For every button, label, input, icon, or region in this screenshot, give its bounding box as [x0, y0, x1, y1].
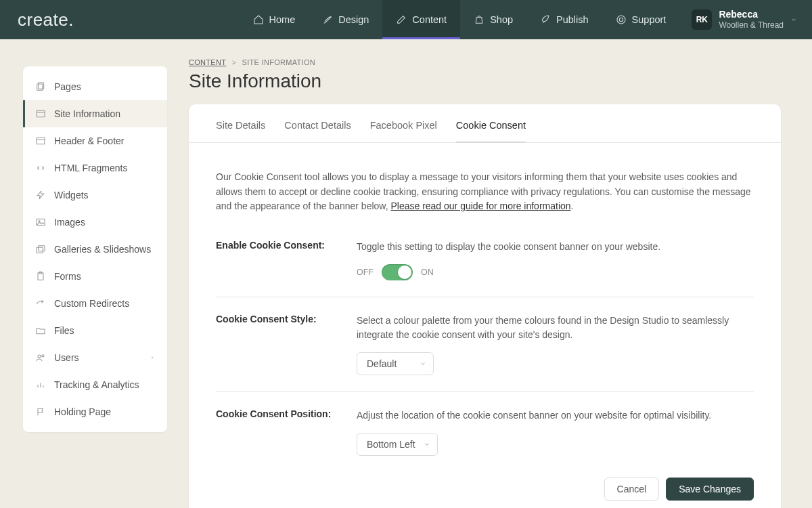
code-icon — [35, 163, 46, 173]
sidebar-item-images[interactable]: Images — [23, 209, 167, 236]
style-label: Cookie Consent Style: — [216, 314, 357, 375]
sidebar-label: Custom Redirects — [54, 298, 129, 309]
chevron-right-icon — [150, 355, 155, 360]
sidebar-label: Galleries & Slideshows — [54, 244, 151, 255]
nav-publish-label: Publish — [556, 14, 589, 25]
sidebar-item-holding-page[interactable]: Holding Page — [23, 398, 167, 425]
chevron-down-icon — [420, 360, 426, 367]
tab-contact-details[interactable]: Contact Details — [284, 120, 351, 143]
sidebar: Pages Site Information Header & Footer H… — [23, 66, 167, 432]
enable-toggle[interactable] — [382, 264, 413, 280]
sidebar-label: Widgets — [54, 190, 89, 200]
sidebar-item-html-fragments[interactable]: HTML Fragments — [23, 154, 167, 182]
nav-design[interactable]: Design — [309, 0, 382, 39]
sidebar-label: Users — [54, 352, 79, 363]
image-icon — [35, 217, 46, 228]
sidebar-label: Holding Page — [54, 406, 111, 417]
svg-rect-4 — [37, 110, 45, 117]
nav-publish[interactable]: Publish — [526, 0, 602, 39]
sidebar-label: Pages — [54, 81, 81, 92]
settings-card: Site Details Contact Details Facebook Pi… — [189, 104, 781, 508]
sidebar-label: Files — [54, 325, 74, 336]
breadcrumb-root[interactable]: CONTENT — [189, 58, 226, 66]
sidebar-item-tracking[interactable]: Tracking & Analytics — [23, 371, 167, 398]
bolt-icon — [35, 190, 46, 200]
layout-icon — [35, 135, 46, 146]
sidebar-item-pages[interactable]: Pages — [23, 73, 167, 100]
tabs: Site Details Contact Details Facebook Pi… — [189, 104, 781, 143]
sidebar-item-users[interactable]: Users — [23, 344, 167, 371]
intro-link[interactable]: Please read our guide for more informati… — [390, 200, 570, 211]
position-select[interactable]: Bottom Left — [357, 433, 438, 456]
position-help: Adjust the location of the cookie consen… — [357, 408, 754, 423]
page-title: Site Information — [189, 70, 781, 92]
folder-icon — [35, 325, 46, 336]
svg-rect-3 — [37, 84, 43, 90]
cancel-button[interactable]: Cancel — [604, 478, 660, 501]
nav-home[interactable]: Home — [240, 0, 309, 39]
window-icon — [35, 108, 46, 119]
pages-icon — [35, 81, 46, 92]
sidebar-label: Tracking & Analytics — [54, 379, 139, 390]
gallery-icon — [35, 244, 46, 255]
section-enable: Enable Cookie Consent: Toggle this setti… — [216, 224, 754, 297]
brand-logo[interactable]: create. — [0, 0, 94, 39]
brush-icon — [322, 14, 333, 25]
nav-home-label: Home — [269, 14, 296, 25]
position-select-value: Bottom Left — [367, 439, 415, 450]
lifebuoy-icon — [616, 14, 627, 25]
sidebar-item-custom-redirects[interactable]: Custom Redirects — [23, 290, 167, 317]
toggle-on-label: ON — [421, 268, 434, 277]
save-button[interactable]: Save Changes — [666, 478, 754, 501]
rocket-icon — [540, 14, 551, 25]
user-name: Rebecca — [719, 9, 784, 20]
svg-point-0 — [617, 16, 625, 24]
main: CONTENT > SITE INFORMATION Site Informat… — [167, 39, 812, 508]
breadcrumb: CONTENT > SITE INFORMATION — [189, 58, 781, 66]
toggle-off-label: OFF — [357, 268, 374, 277]
svg-rect-11 — [37, 247, 43, 253]
sidebar-item-site-information[interactable]: Site Information — [23, 100, 167, 127]
breadcrumb-sep: > — [231, 58, 236, 66]
card-actions: Cancel Save Changes — [189, 478, 781, 501]
enable-label: Enable Cookie Consent: — [216, 240, 357, 280]
enable-toggle-row: OFF ON — [357, 264, 754, 280]
bag-icon — [474, 14, 484, 25]
nav-design-label: Design — [338, 14, 369, 25]
flag-icon — [35, 406, 46, 417]
svg-rect-10 — [39, 246, 45, 251]
chart-icon — [35, 379, 46, 390]
avatar: RK — [692, 9, 712, 30]
sidebar-item-widgets[interactable]: Widgets — [23, 182, 167, 209]
svg-rect-6 — [37, 137, 45, 144]
toggle-knob — [398, 266, 411, 279]
intro-text: Our Cookie Consent tool allows you to di… — [216, 170, 754, 214]
style-select-value: Default — [367, 358, 397, 369]
sidebar-item-galleries[interactable]: Galleries & Slideshows — [23, 236, 167, 263]
redirect-icon — [35, 298, 46, 309]
style-select[interactable]: Default — [357, 352, 434, 375]
brand-text: create — [18, 9, 68, 30]
sidebar-item-header-footer[interactable]: Header & Footer — [23, 127, 167, 154]
position-label: Cookie Consent Position: — [216, 408, 357, 456]
svg-point-14 — [38, 355, 41, 358]
nav-support[interactable]: Support — [602, 0, 680, 39]
sidebar-label: Forms — [54, 271, 81, 282]
tab-cookie-consent[interactable]: Cookie Consent — [456, 120, 526, 143]
tab-facebook-pixel[interactable]: Facebook Pixel — [370, 120, 437, 143]
svg-point-15 — [42, 355, 44, 357]
nav-content[interactable]: Content — [382, 0, 460, 39]
chevron-down-icon — [790, 16, 797, 23]
sidebar-item-files[interactable]: Files — [23, 317, 167, 344]
nav-shop[interactable]: Shop — [460, 0, 526, 39]
user-menu[interactable]: RK Rebecca Woollen & Thread — [679, 0, 812, 39]
sidebar-item-forms[interactable]: Forms — [23, 263, 167, 290]
nav-content-label: Content — [412, 14, 447, 25]
clipboard-icon — [35, 271, 46, 282]
tab-site-details[interactable]: Site Details — [216, 120, 265, 143]
sidebar-label: Images — [54, 217, 85, 228]
nav-shop-label: Shop — [490, 14, 513, 25]
app-header: create. Home Design Content Shop Publish… — [0, 0, 812, 39]
users-icon — [35, 352, 46, 363]
svg-point-1 — [619, 18, 623, 21]
